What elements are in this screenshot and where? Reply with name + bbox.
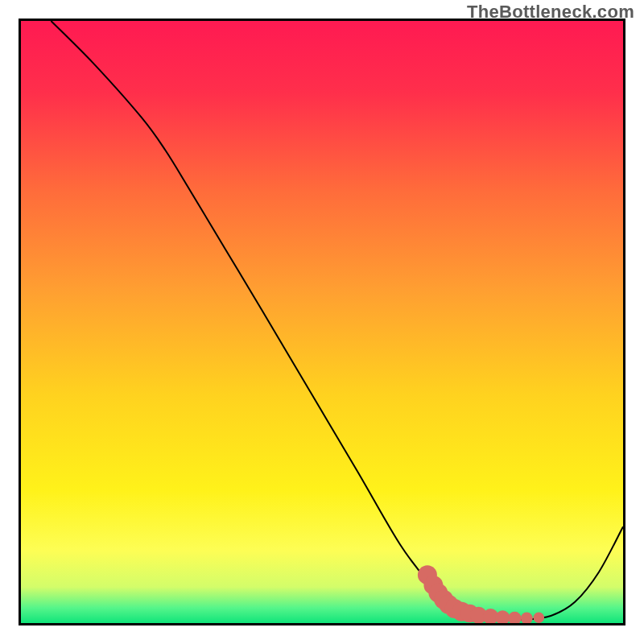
chart-background: [21, 21, 623, 623]
chart-svg: [21, 21, 623, 623]
chart-stage: TheBottleneck.com: [0, 0, 644, 644]
marker-dot: [534, 613, 544, 623]
plot-frame: [19, 19, 625, 625]
